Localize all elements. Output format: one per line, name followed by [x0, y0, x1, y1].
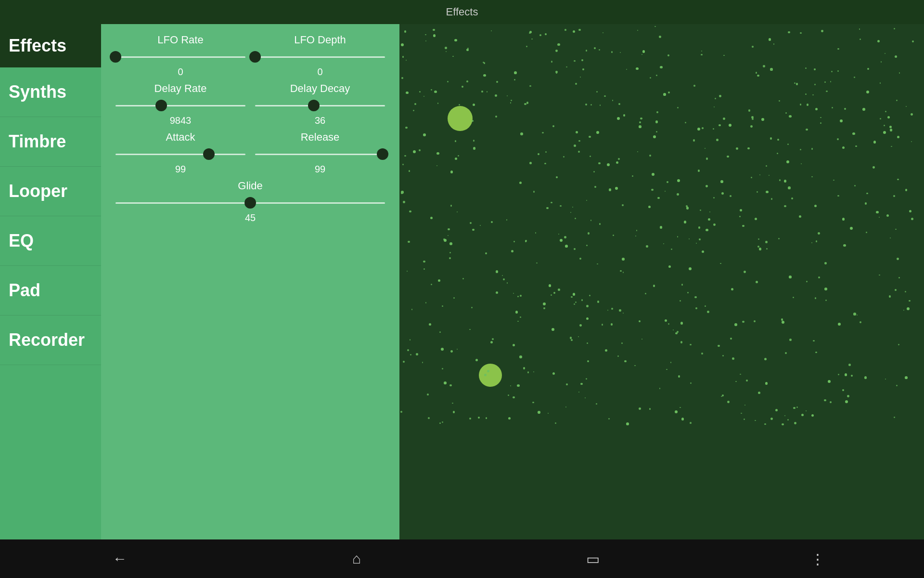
viz-dot	[557, 43, 560, 46]
viz-dot	[589, 136, 590, 138]
viz-dot	[816, 240, 817, 242]
viz-dot	[574, 248, 576, 250]
viz-dot	[437, 103, 439, 104]
viz-dot	[719, 95, 721, 97]
lfo-depth-thumb[interactable]	[249, 51, 261, 63]
viz-dot	[757, 191, 758, 193]
sidebar-item-timbre[interactable]: Timbre	[0, 117, 101, 167]
lfo-rate-slider[interactable]	[116, 51, 245, 63]
glide-thumb[interactable]	[244, 197, 256, 209]
viz-dot	[815, 108, 818, 110]
viz-dot	[845, 373, 847, 376]
viz-dot	[414, 103, 416, 105]
delay-decay-thumb[interactable]	[308, 100, 320, 111]
viz-dot	[741, 413, 742, 414]
viz-dot	[853, 313, 856, 315]
release-thumb[interactable]	[377, 148, 388, 160]
viz-dot	[433, 34, 436, 37]
sidebar-item-pad[interactable]: Pad	[0, 266, 101, 315]
viz-dot	[765, 382, 768, 385]
viz-dot	[793, 297, 794, 298]
viz-dot	[533, 191, 535, 192]
viz-dot	[586, 305, 589, 307]
viz-dot	[597, 301, 600, 303]
viz-dot	[800, 149, 801, 150]
viz-dot	[462, 278, 464, 279]
lfo-rate-thumb[interactable]	[110, 51, 121, 63]
viz-dot	[697, 128, 700, 131]
viz-dot	[492, 338, 493, 340]
viz-dot	[526, 46, 527, 47]
viz-dot	[538, 411, 540, 414]
viz-dot	[571, 339, 573, 341]
viz-dot	[409, 170, 411, 172]
viz-dot	[575, 83, 577, 85]
viz-dot	[782, 321, 784, 324]
more-button[interactable]: ⋮	[810, 551, 826, 567]
viz-dot	[854, 77, 855, 78]
sidebar-item-eq[interactable]: EQ	[0, 216, 101, 266]
sidebar-title: Effects	[0, 24, 101, 67]
viz-dot	[744, 405, 745, 406]
sidebar-item-looper[interactable]: Looper	[0, 167, 101, 216]
home-button[interactable]: ⌂	[338, 546, 375, 572]
viz-dot	[667, 181, 668, 183]
attack-slider[interactable]	[116, 148, 245, 160]
viz-dot	[860, 39, 861, 40]
attack-thumb[interactable]	[203, 148, 215, 160]
viz-dot	[511, 250, 513, 252]
viz-dot	[690, 382, 692, 384]
release-slider[interactable]	[255, 148, 385, 160]
viz-dot	[796, 83, 798, 85]
viz-dot	[880, 118, 881, 119]
viz-dot	[663, 243, 664, 244]
back-button[interactable]: ←	[98, 546, 141, 572]
viz-dot	[513, 293, 514, 294]
viz-dot	[558, 289, 560, 291]
viz-dot	[612, 100, 614, 101]
viz-dot	[845, 400, 848, 403]
sidebar-item-synths[interactable]: Synths	[0, 67, 101, 117]
viz-dot	[843, 244, 846, 247]
viz-dot	[455, 158, 457, 160]
viz-dot	[681, 284, 683, 285]
viz-dot	[659, 36, 661, 38]
viz-dot	[552, 372, 555, 375]
viz-dot	[555, 71, 558, 73]
viz-dot	[580, 77, 581, 78]
viz-dot	[438, 279, 441, 282]
viz-dot	[623, 272, 624, 273]
viz-dot	[742, 321, 744, 323]
slider-group-glide: Glide 45	[116, 180, 385, 223]
delay-decay-slider[interactable]	[255, 100, 385, 111]
viz-dot	[886, 214, 889, 217]
viz-dot	[782, 423, 784, 426]
viz-dot	[513, 344, 515, 346]
viz-dot	[484, 62, 486, 64]
viz-dot	[657, 197, 660, 199]
sidebar-item-recorder[interactable]: Recorder	[0, 315, 101, 365]
glide-slider[interactable]	[116, 197, 385, 209]
viz-dot	[700, 210, 701, 211]
viz-dot	[410, 339, 411, 341]
viz-dot	[646, 245, 648, 248]
viz-dot	[756, 281, 758, 283]
main-content: Effects Synths Timbre Looper EQ Pad Reco…	[0, 24, 924, 539]
viz-dot	[519, 355, 522, 358]
viz-dot	[675, 410, 678, 413]
viz-dot	[449, 242, 452, 245]
viz-dot	[517, 384, 520, 387]
viz-dot	[680, 407, 680, 408]
viz-dot	[552, 125, 554, 127]
viz-dot	[581, 299, 583, 301]
viz-dot	[806, 129, 808, 131]
viz-dot	[833, 180, 834, 181]
viz-dot	[653, 135, 656, 138]
viz-dot	[750, 125, 753, 128]
delay-rate-thumb[interactable]	[155, 100, 167, 111]
lfo-depth-slider[interactable]	[255, 51, 385, 63]
recent-button[interactable]: ▭	[572, 546, 614, 572]
delay-rate-slider[interactable]	[116, 100, 245, 111]
slider-row-lfo: LFO Rate 0 LFO Depth 0	[116, 34, 385, 78]
lfo-depth-track	[255, 56, 385, 58]
